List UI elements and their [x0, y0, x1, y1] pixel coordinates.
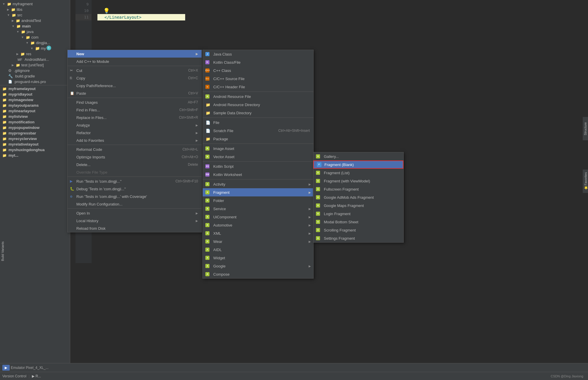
version-control-label[interactable]: Version Control: [2, 374, 26, 378]
tree-item-com[interactable]: ▼📁 com: [0, 34, 70, 40]
menu-item-optimize[interactable]: Optimize Imports Ctrl+Alt+O: [68, 153, 202, 161]
frag-admob-icon: A: [316, 194, 321, 200]
menu-item-open-in[interactable]: Open In ▶: [68, 209, 202, 217]
submenu-compose[interactable]: A Compose: [203, 270, 313, 278]
menu-item-local-history[interactable]: Local History ▶: [68, 217, 202, 224]
tree-item-my[interactable]: ▼ 📁 my C: [0, 46, 70, 51]
tree-item-java[interactable]: ▼📁 java: [0, 29, 70, 34]
kotlin-worksheet-icon: KW: [205, 172, 211, 177]
menu-item-copy[interactable]: ⎘ Copy Ctrl+C: [68, 74, 202, 82]
tree-item-mylayoutparams[interactable]: 📁 mylayoutparams: [0, 103, 70, 108]
menu-item-delete[interactable]: Delete... Delete: [68, 161, 202, 168]
frag-viewmodel[interactable]: A Fragment (with ViewModel): [313, 177, 403, 185]
submenu-cpp-source[interactable]: C++ C/C++ Source File: [203, 75, 313, 83]
submenu-google[interactable]: A Google: [203, 262, 313, 270]
menu-item-reload-disk[interactable]: Reload from Disk: [68, 224, 202, 232]
frag-settings[interactable]: A Settings Fragment: [313, 234, 403, 242]
menu-item-run-with-coverage[interactable]: ⚙ Run 'Tests in 'com.dingji...' with Cov…: [68, 193, 202, 200]
tree-item-androidmanifest[interactable]: MF AndroidMani...: [0, 57, 70, 62]
submenu-uicomponent[interactable]: A UiComponent: [203, 213, 313, 221]
frag-blank[interactable]: F Fragment (Blank): [313, 160, 403, 169]
menu-item-replace-files[interactable]: Replace in Files... Ctrl+Shift+R: [68, 114, 202, 121]
submenu-kotlin-worksheet[interactable]: KW Kotlin Worksheet: [203, 170, 313, 179]
tree-item-myprogressbar[interactable]: 📁 myprogressbar: [0, 130, 70, 136]
frag-login[interactable]: A Login Fragment: [313, 210, 403, 218]
tree-item-androidtest[interactable]: ▶📁 androidTest: [0, 18, 70, 23]
tree-item-myfragment[interactable]: ▼📁 myfragment: [0, 1, 70, 7]
menu-item-copy-path[interactable]: Copy Path/Reference...: [68, 82, 202, 89]
tree-item-myshuxingdonghua[interactable]: 📁 myshuxingdonghua: [0, 147, 70, 153]
menu-item-cut[interactable]: ✂ Cut Ctrl+X: [68, 67, 202, 74]
frag-fullscreen[interactable]: A Fullscreen Fragment: [313, 185, 403, 193]
frag-modal[interactable]: A Modal Bottom Sheet: [313, 218, 403, 226]
menu-item-modify-config[interactable]: Modify Run Configuration...: [68, 200, 202, 208]
favorites-tab[interactable]: ⭐ Favorites: [583, 170, 588, 193]
menu-item-reformat[interactable]: Reformat Code Ctrl+Alt+L: [68, 146, 202, 153]
submenu-java-class[interactable]: J Java Class: [203, 50, 313, 58]
tree-item-main[interactable]: ▼📁 main: [0, 23, 70, 29]
submenu-automotive[interactable]: A Automotive: [203, 221, 313, 229]
tree-item-mynotification[interactable]: 📁 mynotification: [0, 119, 70, 125]
tree-item-myrecyclerview[interactable]: 📁 myrecyclerview: [0, 136, 70, 141]
submenu-android-res-file[interactable]: A Android Resource File: [203, 92, 313, 101]
run-button[interactable]: ▶: [2, 365, 10, 371]
submenu-android-res-dir[interactable]: 📁 Android Resource Directory: [203, 101, 313, 109]
tree-item-myframelayout[interactable]: 📁 myframelayout: [0, 86, 70, 91]
submenu-cpp-class[interactable]: C++ C++ Class: [203, 66, 313, 75]
submenu-image-asset[interactable]: A Image Asset: [203, 144, 313, 153]
menu-item-add-favorites[interactable]: Add to Favorites ▶: [68, 137, 202, 144]
build-variants-tab[interactable]: Build Variants: [0, 234, 5, 269]
tree-item-mypopupwindow[interactable]: 📁 mypopupwindow: [0, 125, 70, 130]
menu-item-paste[interactable]: 📋 Paste Ctrl+V: [68, 89, 202, 97]
frag-admob[interactable]: A Google AdMob Ads Fragment: [313, 193, 403, 201]
run-tab[interactable]: ▶ R...: [32, 374, 41, 378]
submenu-sample-data[interactable]: 📁 Sample Data Directory: [203, 109, 313, 117]
submenu-folder[interactable]: A Folder: [203, 196, 313, 205]
tree-item-res[interactable]: ▶📁 res: [0, 51, 70, 57]
submenu-service[interactable]: A Service: [203, 205, 313, 213]
tree-item-test[interactable]: ▶📁 test [unitTest]: [0, 62, 70, 68]
menu-item-refactor[interactable]: Refactor ▶: [68, 129, 202, 137]
submenu-kotlin-class[interactable]: K Kotlin Class/File: [203, 58, 313, 66]
ide-background: ▼📁 myfragment ▶📁 libs ▼📁 src ▶📁 androidT…: [0, 0, 588, 380]
submenu-fragment[interactable]: A Fragment: [203, 188, 313, 196]
tree-item-mylistview[interactable]: 📁 mylistview: [0, 114, 70, 119]
structure-tab[interactable]: Structure: [583, 117, 588, 140]
tree-item-dingjia[interactable]: ▼📁 dingjia...: [0, 40, 70, 46]
tree-item-libs[interactable]: ▶📁 libs: [0, 7, 70, 12]
submenu-aidl[interactable]: A AIDL: [203, 246, 313, 254]
menu-item-analyze[interactable]: Analyze ▶: [68, 121, 202, 129]
submenu-scratch-file[interactable]: 📄 Scratch File Ctrl+Alt+Shift+Insert: [203, 127, 313, 135]
tree-item-myrelativelayout[interactable]: 📁 myrelativelayout: [0, 141, 70, 147]
submenu-vector-asset[interactable]: A Vector Asset: [203, 153, 313, 161]
menu-item-run-tests[interactable]: ▶ Run 'Tests in 'com.dingji...'' Ctrl+Sh…: [68, 177, 202, 185]
tree-item-mygridlayout[interactable]: 📁 mygridlayout: [0, 91, 70, 97]
frag-maps[interactable]: A Google Maps Fragment: [313, 201, 403, 210]
tree-item-mylinearlayout[interactable]: 📁 mylinearlayout: [0, 108, 70, 114]
submenu-cpp-header[interactable]: H C/C++ Header File: [203, 83, 313, 91]
submenu-package[interactable]: 📁 Package: [203, 135, 313, 143]
tree-item-gitignore[interactable]: ⚙ .gitignore: [0, 68, 70, 73]
frag-list[interactable]: A Fragment (List): [313, 169, 403, 177]
tree-item-myimageview[interactable]: 📁 myimageview: [0, 97, 70, 103]
frag-gallery[interactable]: A Gallery...: [313, 152, 403, 160]
menu-item-cut-label: Cut: [76, 68, 82, 73]
tree-item-mytable[interactable]: 📁 myt...: [0, 153, 70, 158]
submenu-kotlin-script[interactable]: KS Kotlin Script: [203, 162, 313, 170]
submenu-xml[interactable]: A XML: [203, 229, 313, 237]
submenu-activity[interactable]: A Activity: [203, 180, 313, 188]
menu-item-find-usages[interactable]: Find Usages Alt+F7: [68, 99, 202, 106]
debug-tests-label: Debug 'Tests in 'com.dingji...'': [76, 187, 126, 191]
tree-item-buildgradle[interactable]: 🔧 build.gradle: [0, 73, 70, 79]
submenu-wear[interactable]: A Wear: [203, 237, 313, 246]
frag-scrolling[interactable]: A Scrolling Fragment: [313, 226, 403, 234]
watermark: CSDN @Ding Jiaxiong: [551, 374, 583, 378]
submenu-widget[interactable]: A Widget: [203, 254, 313, 262]
menu-item-find-files[interactable]: Find in Files... Ctrl+Shift+F: [68, 106, 202, 114]
submenu-file[interactable]: 📄 File: [203, 118, 313, 127]
tree-item-src[interactable]: ▼📁 src: [0, 12, 70, 18]
menu-item-new[interactable]: New ▶: [68, 50, 202, 58]
menu-item-add-cpp[interactable]: Add C++ to Module: [68, 58, 202, 65]
tree-item-proguard[interactable]: 📄 proguard-rules.pro: [0, 79, 70, 84]
menu-item-debug-tests[interactable]: 🐛 Debug 'Tests in 'com.dingji...'': [68, 185, 202, 193]
